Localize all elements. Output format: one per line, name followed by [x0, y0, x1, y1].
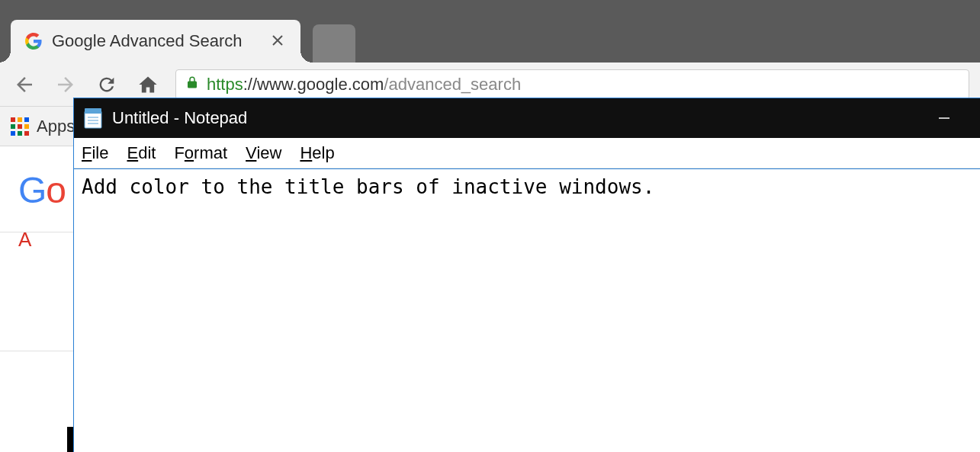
chrome-tabstrip: Google Advanced Search	[0, 0, 980, 63]
nav-forward-icon[interactable]	[52, 71, 79, 98]
url-scheme: https	[207, 75, 243, 95]
lock-icon	[185, 75, 199, 95]
tab-close-icon[interactable]	[268, 31, 287, 51]
svg-rect-0	[85, 111, 101, 128]
menu-file[interactable]: File	[82, 143, 108, 163]
page-divider	[0, 351, 73, 351]
menu-edit[interactable]: Edit	[127, 143, 156, 163]
url-path: /advanced_search	[384, 75, 521, 95]
chrome-tab-active[interactable]: Google Advanced Search	[11, 20, 300, 63]
svg-rect-1	[85, 108, 101, 114]
menu-format[interactable]: Format	[174, 143, 227, 163]
url-domain: ://www.google.com	[243, 75, 384, 95]
nav-back-icon[interactable]	[11, 71, 38, 98]
chrome-tab-title: Google Advanced Search	[52, 31, 268, 51]
page-divider	[0, 232, 73, 232]
chrome-tab-inactive-stub[interactable]	[313, 24, 355, 63]
menu-help[interactable]: Help	[300, 143, 334, 163]
nav-home-icon[interactable]	[134, 71, 162, 98]
notepad-titlebar[interactable]: Untitled - Notepad	[74, 98, 980, 138]
notepad-window: Untitled - Notepad File Edit Format View…	[73, 98, 980, 452]
window-minimize-button[interactable]	[917, 98, 971, 138]
nav-reload-icon[interactable]	[93, 71, 120, 98]
background-window-edge	[67, 427, 73, 452]
notepad-app-icon	[83, 107, 103, 130]
apps-label[interactable]: Apps	[37, 117, 75, 136]
google-favicon-icon	[24, 32, 43, 50]
address-bar[interactable]: https://www.google.com/advanced_search	[175, 69, 969, 100]
notepad-title: Untitled - Notepad	[112, 108, 917, 128]
notepad-menubar: File Edit Format View Help	[74, 138, 980, 168]
notepad-text-area[interactable]: Add color to the title bars of inactive …	[74, 168, 980, 452]
menu-view[interactable]: View	[246, 143, 281, 163]
apps-grid-icon[interactable]	[11, 117, 29, 136]
